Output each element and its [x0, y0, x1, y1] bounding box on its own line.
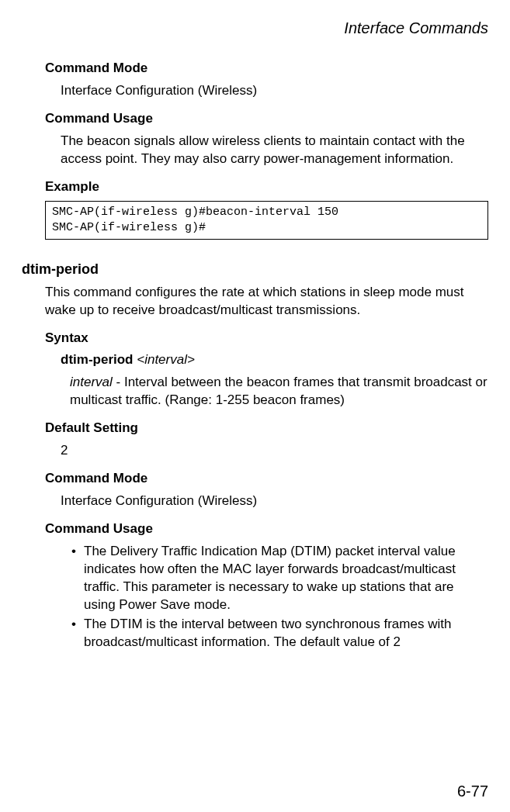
- text-default-setting: 2: [61, 442, 488, 460]
- text-command-mode-2: Interface Configuration (Wireless): [61, 492, 488, 510]
- heading-command-usage-1: Command Usage: [45, 111, 488, 126]
- running-header: Interface Commands: [22, 19, 488, 37]
- heading-syntax: Syntax: [45, 330, 488, 346]
- syntax-param-text: Interval between the beacon frames that …: [70, 375, 487, 407]
- text-command-mode-1: Interface Configuration (Wireless): [61, 82, 488, 100]
- heading-default-setting: Default Setting: [45, 420, 488, 436]
- syntax-param-description: interval - Interval between the beacon f…: [70, 374, 488, 409]
- heading-command-usage-2: Command Usage: [45, 521, 488, 537]
- text-dtim-intro: This command configures the rate at whic…: [45, 284, 488, 320]
- usage-bullet-list: The Delivery Traffic Indication Map (DTI…: [71, 543, 488, 651]
- syntax-param-sep: -: [113, 375, 124, 389]
- syntax-argument: <interval>: [137, 352, 195, 367]
- syntax-line: dtim-period <interval>: [61, 352, 488, 368]
- list-item: The DTIM is the interval between two syn…: [71, 616, 488, 651]
- heading-command-mode-2: Command Mode: [45, 471, 488, 486]
- list-item: The Delivery Traffic Indication Map (DTI…: [71, 543, 488, 614]
- text-command-usage-1: The beacon signals allow wireless client…: [61, 133, 488, 168]
- syntax-command: dtim-period: [61, 352, 134, 367]
- heading-command-mode-1: Command Mode: [45, 60, 488, 76]
- page-number: 6-77: [457, 783, 488, 800]
- heading-dtim-period: dtim-period: [22, 261, 488, 278]
- heading-example: Example: [45, 179, 488, 195]
- syntax-param-name: interval: [70, 375, 113, 389]
- example-code-block: SMC-AP(if-wireless g)#beacon-interval 15…: [45, 201, 488, 240]
- page-content: Interface Commands Command Mode Interfac…: [0, 0, 510, 651]
